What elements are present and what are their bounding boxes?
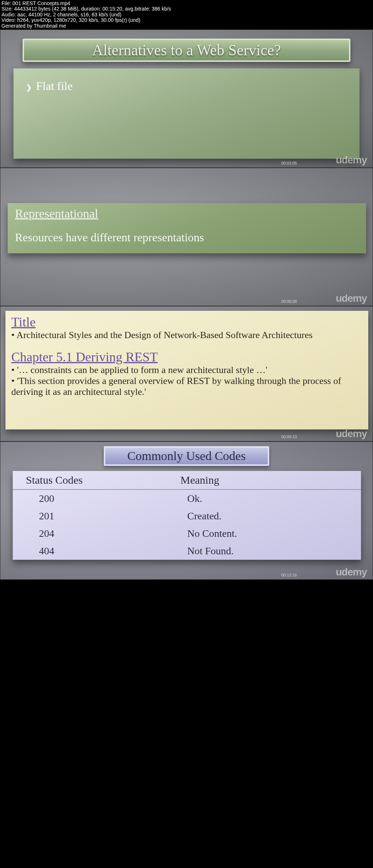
chapter-bullet-1: • '… constraints can be applied to form …: [11, 365, 362, 376]
slide-title-bar: Alternatives to a Web Service?: [23, 39, 350, 62]
meaning-cell: Created.: [187, 510, 348, 522]
udemy-logo: udemy: [336, 428, 367, 440]
thumbnail-frame-3: Title • Architectural Styles and the Des…: [0, 306, 373, 441]
chapter-heading: Chapter 5.1 Deriving REST: [11, 349, 362, 365]
table-row: 200 Ok.: [13, 490, 361, 507]
table-row: 404 Not Found.: [13, 542, 361, 560]
status-codes-table: Status Codes Meaning 200 Ok. 201 Created…: [13, 471, 361, 560]
udemy-logo: udemy: [336, 566, 367, 578]
slide-body: Flat file: [13, 68, 360, 159]
frame-timestamp: 00:06:08: [281, 299, 297, 304]
bullet-item: Flat file: [26, 79, 347, 93]
meta-generated: Generated by Thumbnail me: [1, 23, 372, 29]
header-meaning: Meaning: [180, 474, 348, 486]
title-bullet: • Architectural Styles and the Design of…: [11, 330, 362, 341]
slide-title-text: Commonly Used Codes: [127, 449, 246, 463]
meaning-cell: Ok.: [187, 493, 348, 504]
file-metadata: File: 001 REST Concepts.mp4 Size: 444334…: [0, 0, 373, 29]
table-row: 201 Created.: [13, 507, 361, 525]
code-cell: 201: [39, 510, 187, 522]
code-cell: 404: [39, 545, 187, 557]
thumbnail-frame-4: Commonly Used Codes Status Codes Meaning…: [0, 441, 373, 580]
title-heading: Title: [11, 314, 362, 330]
meta-video: Video: h264, yuv420p, 1280x720, 320 kb/s…: [1, 17, 372, 23]
table-row: 204 No Content.: [13, 525, 361, 542]
table-header-row: Status Codes Meaning: [13, 471, 361, 490]
meta-file: File: 001 REST Concepts.mp4: [1, 1, 372, 6]
slide-card: Title • Architectural Styles and the Des…: [5, 311, 368, 429]
meta-size: Size: 44433412 bytes (42.38 MiB), durati…: [1, 6, 372, 12]
udemy-logo: udemy: [336, 293, 367, 304]
udemy-logo: udemy: [336, 154, 367, 166]
meta-audio: Audio: aac, 44100 Hz, 2 channels, s16, 6…: [1, 12, 372, 17]
meaning-cell: No Content.: [187, 528, 348, 539]
frame-timestamp: 00:09:13: [281, 435, 297, 439]
slide-body: Representational Resources have differen…: [8, 203, 366, 253]
slide-title-bar: Commonly Used Codes: [104, 446, 269, 466]
frame-timestamp: 00:12:16: [281, 573, 297, 577]
spacer: [11, 341, 362, 349]
header-status-codes: Status Codes: [26, 474, 180, 486]
slide-title-text: Alternatives to a Web Service?: [92, 41, 281, 59]
meaning-cell: Not Found.: [187, 545, 348, 557]
frame-timestamp: 00:03:05: [281, 161, 297, 165]
chapter-bullet-2: • 'This section provides a general overv…: [11, 376, 362, 397]
thumbnail-frame-2: Representational Resources have differen…: [0, 168, 373, 306]
thumbnail-frame-1: Alternatives to a Web Service? Flat file…: [0, 29, 373, 168]
slide-heading: Representational: [15, 207, 359, 221]
code-cell: 200: [39, 493, 187, 504]
slide-text: Resources have different representations: [15, 231, 359, 244]
code-cell: 204: [39, 528, 187, 539]
